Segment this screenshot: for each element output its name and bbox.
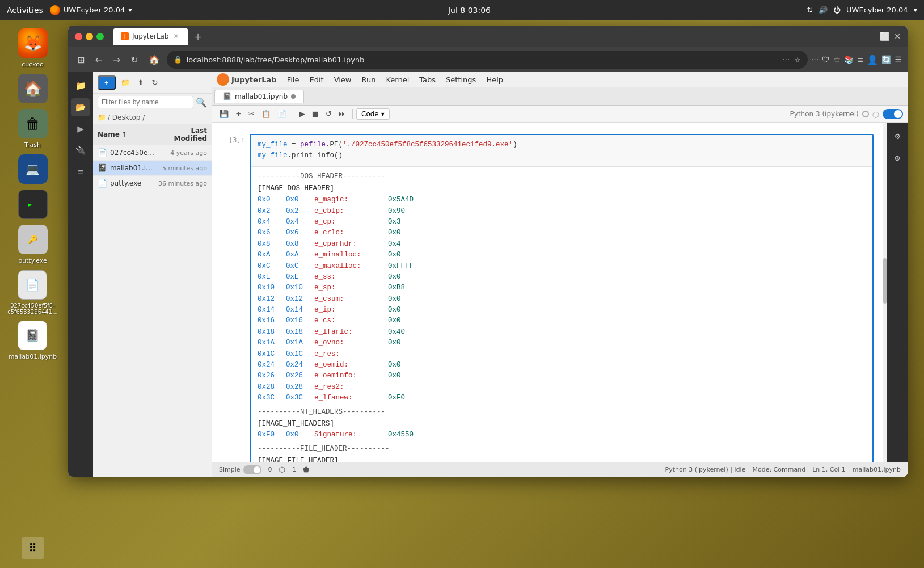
file-row-3[interactable]: 📄 putty.exe 36 minutes ago <box>93 176 212 191</box>
tb-add-button[interactable]: + <box>233 108 244 120</box>
menu-run[interactable]: Run <box>357 74 381 86</box>
avatar-icon[interactable]: 👤 <box>867 54 878 65</box>
field-e_res2: 0x28 0x28 e_res2: <box>258 382 866 393</box>
search-icon: 🔍 <box>196 97 207 108</box>
nav-extra-1: ··· <box>811 55 818 64</box>
file-row-1[interactable]: 📄 027cc450e... 4 years ago <box>93 145 212 161</box>
scrollbar-thumb[interactable] <box>883 258 887 304</box>
nav-extensions-icon[interactable]: ⊞ <box>74 52 88 68</box>
titlebar-icons: — ⬜ ✕ <box>867 32 901 41</box>
url-text[interactable]: localhost:8888/lab/tree/Desktop/mallab01… <box>187 56 778 64</box>
col-name-header[interactable]: Name ↑ <box>98 127 156 142</box>
notebook-tab-active[interactable]: 📓 mallab01.ipynb <box>214 90 304 103</box>
simple-toggle[interactable] <box>243 465 261 474</box>
refresh-icon[interactable]: ↻ <box>149 77 161 89</box>
tab-close-button[interactable]: ✕ <box>172 32 180 40</box>
cell-type-selector[interactable]: Code ▾ <box>356 108 390 120</box>
bookmarks-icon[interactable]: 📚 <box>844 55 854 64</box>
jl-puzzle-icon[interactable]: 🔌 <box>71 141 90 159</box>
upload-icon[interactable]: ⬆ <box>135 77 147 89</box>
dock-putty[interactable]: 🔑 putty.exe <box>18 225 48 264</box>
code-area-3[interactable]: my_file = pefile.PE('./027cc450ef5f8c5f6… <box>251 135 872 166</box>
file-time-2: 5 minutes ago <box>156 165 207 172</box>
dock-terminal[interactable]: ►_ <box>18 190 48 219</box>
menu-help[interactable]: Help <box>482 74 508 86</box>
output-fh-label: [IMAGE_FILE_HEADER] <box>258 456 866 462</box>
tb-cut-button[interactable]: ✂ <box>246 108 258 120</box>
new-tab-button[interactable]: + <box>191 31 206 43</box>
activities-button[interactable]: Activities <box>7 6 43 15</box>
statusbar-right: Python 3 (ipykernel) | Idle Mode: Comman… <box>665 466 901 473</box>
address-bar[interactable]: 🔒 localhost:8888/lab/tree/Desktop/mallab… <box>167 51 808 69</box>
nav-forward-button[interactable]: → <box>109 52 124 68</box>
nav-back-button[interactable]: ← <box>91 52 106 68</box>
output-nt-banner: ----------NT_HEADERS---------- <box>258 407 866 418</box>
field-e_minalloc: 0xA 0xA e_minalloc: 0x0 <box>258 250 866 260</box>
dock-notebook[interactable]: 📓 mallab01.ipynb <box>9 321 57 360</box>
firefox-menu[interactable]: UWEcyber 20.04 ▾ <box>50 5 132 15</box>
hamburger-menu[interactable]: ☰ <box>895 55 902 64</box>
cell-content-3[interactable]: my_file = pefile.PE('./027cc450ef5f8c5f6… <box>250 134 874 462</box>
maximize-button[interactable] <box>96 33 104 40</box>
dock-apps[interactable]: ⠿ <box>22 537 44 559</box>
reader-icon[interactable]: ≡ <box>857 55 864 64</box>
topbar-right: ⇅ 🔊 ⏻ UWEcyber 20.04 ▾ <box>807 6 917 14</box>
dock-trash[interactable]: 🗑 Trash <box>18 109 48 149</box>
nav-reload-button[interactable]: ↻ <box>127 52 141 68</box>
tb-save-button[interactable]: 💾 <box>217 108 231 120</box>
field-e_ip: 0x14 0x14 e_ip: 0x0 <box>258 305 866 315</box>
kernel-name: Python 3 (ipykernel) <box>790 110 859 118</box>
dock-file[interactable]: 📄 027cc450ef5f8-c5f6533296441... <box>7 270 58 315</box>
tb-paste-button[interactable]: 📄 <box>275 108 289 120</box>
file-icon-3: 📄 <box>98 179 107 188</box>
output-fields: 0x0 0x0 e_magic: 0x5A4D 0x2 0x2 e_cblp: <box>258 195 866 403</box>
browser-tab-active[interactable]: J JupyterLab ✕ <box>113 28 188 45</box>
jl-list-icon[interactable]: ≡ <box>71 163 90 181</box>
file-row-2[interactable]: 📓 mallab01.i... 5 minutes ago <box>93 161 212 176</box>
jl-folder-icon[interactable]: 📁 <box>71 77 90 95</box>
menu-tabs[interactable]: Tabs <box>415 74 440 86</box>
dock-firefox[interactable]: 🦊 cuckoo <box>18 28 48 68</box>
right-panel-icon-2[interactable]: ⊕ <box>888 149 906 167</box>
breadcrumb-text[interactable]: / Desktop / <box>108 113 145 121</box>
browser-content: 📁 📂 ▶ 🔌 ≡ + 📁 ⬆ ↻ 🔍 📁 <box>68 72 908 477</box>
notebook-scrollbar[interactable] <box>883 123 887 462</box>
apps-grid-icon: ⠿ <box>22 537 44 559</box>
minimize-button[interactable] <box>86 33 93 40</box>
tb-restart-button[interactable]: ↺ <box>323 108 335 120</box>
tb-interrupt-button[interactable]: ■ <box>309 108 322 120</box>
right-panel-icon-1[interactable]: ⚙ <box>888 127 906 145</box>
kernel-toggle[interactable] <box>883 109 903 119</box>
sync-icon: 🔄 <box>881 55 891 64</box>
nav-home-button[interactable]: 🏠 <box>145 52 163 68</box>
simple-mode-toggle[interactable]: Simple <box>219 465 261 474</box>
jl-files-icon[interactable]: 📂 <box>71 98 90 116</box>
new-file-button[interactable]: + <box>98 75 116 90</box>
restore-window-icon[interactable]: ⬜ <box>880 32 889 41</box>
folder-icon[interactable]: 📁 <box>118 77 133 89</box>
notebook-area: JupyterLab File Edit View Run Kernel Tab… <box>212 72 908 477</box>
file-search-input[interactable] <box>98 96 193 108</box>
dock-home[interactable]: 🏠 <box>18 74 48 103</box>
tb-run-button[interactable]: ▶ <box>297 108 308 120</box>
menu-kernel[interactable]: Kernel <box>381 74 414 86</box>
jupyter-right-panel: ⚙ ⊕ <box>887 123 908 462</box>
idle-status: Python 3 (ipykernel) | Idle <box>665 466 746 473</box>
menu-file[interactable]: File <box>282 74 304 86</box>
filename-status: mallab01.ipynb <box>853 466 901 473</box>
close-window-icon[interactable]: ✕ <box>894 32 901 41</box>
vm-dock-icon: 💻 <box>18 154 48 184</box>
close-button[interactable] <box>75 33 82 40</box>
jupyter-logo <box>217 73 229 86</box>
col-modified-header[interactable]: Last Modified <box>156 127 207 142</box>
tb-restart-run-button[interactable]: ⏭ <box>336 108 349 120</box>
minimize-window-icon[interactable]: — <box>867 32 875 41</box>
dock-vm[interactable]: 💻 <box>18 154 48 184</box>
menu-view[interactable]: View <box>330 74 356 86</box>
jl-run-icon[interactable]: ▶ <box>71 120 90 138</box>
power-icon: ⏻ <box>833 6 841 14</box>
tb-copy-button[interactable]: 📋 <box>259 108 273 120</box>
menu-edit[interactable]: Edit <box>305 74 328 86</box>
bookmark-icon[interactable]: ☆ <box>794 56 801 64</box>
menu-settings[interactable]: Settings <box>441 74 480 86</box>
